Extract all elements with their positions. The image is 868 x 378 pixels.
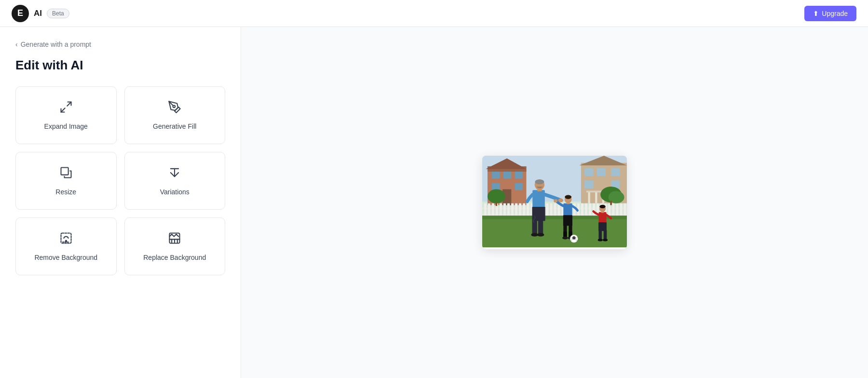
preview-image-container — [482, 156, 627, 249]
back-chevron-icon: ‹ — [15, 40, 18, 48]
svg-point-87 — [537, 233, 544, 236]
svg-rect-51 — [546, 203, 548, 217]
resize-icon — [59, 166, 73, 181]
svg-rect-44 — [519, 203, 521, 217]
svg-point-77 — [488, 189, 505, 203]
variations-label: Variations — [160, 188, 190, 196]
svg-rect-60 — [581, 203, 583, 217]
svg-rect-37 — [492, 203, 494, 217]
generative-fill-icon — [168, 100, 181, 116]
svg-point-93 — [554, 199, 557, 202]
svg-rect-16 — [492, 172, 500, 179]
svg-rect-17 — [503, 172, 511, 179]
svg-point-92 — [565, 195, 571, 199]
svg-point-88 — [558, 198, 563, 202]
tool-card-variations[interactable]: Variations — [124, 152, 226, 210]
header-title: AI — [34, 9, 42, 18]
svg-rect-18 — [515, 172, 523, 179]
svg-rect-3 — [61, 168, 68, 175]
svg-rect-46 — [527, 203, 529, 217]
svg-rect-45 — [523, 203, 525, 217]
svg-rect-105 — [598, 212, 606, 223]
tool-card-replace-background[interactable]: Replace Background — [124, 217, 226, 275]
replace-background-label: Replace Background — [143, 254, 206, 261]
back-label: Generate with a prompt — [21, 40, 91, 48]
svg-rect-79 — [532, 190, 545, 208]
svg-rect-30 — [595, 191, 597, 203]
svg-rect-53 — [554, 203, 556, 217]
remove-background-label: Remove Background — [34, 254, 97, 261]
header-left: E AI Beta — [12, 5, 69, 22]
replace-background-icon — [168, 231, 181, 247]
preview-image — [482, 156, 627, 247]
svg-point-108 — [599, 205, 605, 208]
beta-badge: Beta — [47, 9, 69, 18]
svg-rect-42 — [511, 203, 514, 217]
variations-icon — [168, 166, 181, 181]
svg-rect-25 — [597, 168, 606, 176]
svg-rect-111 — [604, 230, 607, 240]
svg-rect-41 — [507, 203, 510, 217]
svg-rect-62 — [589, 203, 591, 217]
svg-rect-24 — [584, 168, 593, 176]
svg-point-99 — [562, 236, 568, 239]
resize-label: Resize — [55, 188, 76, 196]
svg-point-86 — [531, 233, 538, 236]
expand-image-icon — [59, 100, 73, 116]
svg-rect-110 — [598, 230, 602, 240]
svg-rect-27 — [584, 180, 593, 188]
svg-point-82 — [535, 179, 544, 184]
svg-rect-26 — [611, 168, 620, 176]
tool-card-resize[interactable]: Resize — [15, 152, 117, 210]
svg-rect-69 — [616, 203, 618, 217]
content-area — [241, 27, 868, 378]
svg-rect-40 — [503, 203, 506, 217]
remove-background-icon — [59, 231, 73, 247]
svg-rect-70 — [620, 203, 622, 217]
svg-rect-89 — [563, 203, 572, 216]
logo-icon: E — [12, 5, 29, 22]
svg-rect-109 — [598, 222, 607, 231]
svg-rect-83 — [532, 207, 545, 221]
svg-rect-54 — [558, 203, 560, 217]
svg-rect-94 — [563, 215, 572, 226]
svg-rect-61 — [585, 203, 587, 217]
svg-line-1 — [61, 108, 65, 112]
upgrade-button[interactable]: ⬆ Upgrade — [804, 6, 856, 21]
expand-image-label: Expand Image — [44, 122, 88, 130]
main-layout: ‹ Generate with a prompt Edit with AI Ex… — [0, 27, 868, 378]
svg-point-2 — [173, 106, 176, 108]
svg-rect-20 — [515, 183, 523, 190]
svg-rect-43 — [515, 203, 517, 217]
upgrade-label: Upgrade — [822, 10, 848, 17]
generative-fill-label: Generative Fill — [153, 122, 196, 130]
svg-rect-35 — [484, 203, 487, 217]
back-link[interactable]: ‹ Generate with a prompt — [15, 40, 225, 48]
svg-rect-29 — [588, 191, 590, 203]
sidebar: ‹ Generate with a prompt Edit with AI Ex… — [0, 27, 241, 378]
svg-rect-36 — [488, 203, 490, 217]
svg-rect-84 — [532, 220, 537, 234]
svg-rect-39 — [500, 203, 502, 217]
sidebar-heading: Edit with AI — [15, 58, 225, 73]
svg-rect-68 — [612, 203, 614, 217]
tool-card-remove-background[interactable]: Remove Background — [15, 217, 117, 275]
svg-rect-71 — [624, 203, 626, 217]
svg-point-7 — [66, 241, 67, 242]
app-header: E AI Beta ⬆ Upgrade — [0, 0, 868, 27]
svg-rect-19 — [492, 183, 500, 190]
svg-point-113 — [603, 239, 608, 241]
svg-point-112 — [598, 239, 603, 241]
svg-line-0 — [67, 102, 71, 106]
tool-grid: Expand Image Generative Fill — [15, 86, 225, 275]
svg-rect-52 — [550, 203, 552, 217]
tool-card-generative-fill[interactable]: Generative Fill — [124, 86, 226, 144]
svg-rect-85 — [538, 220, 543, 234]
upgrade-icon: ⬆ — [813, 10, 819, 17]
tool-card-expand-image[interactable]: Expand Image — [15, 86, 117, 144]
svg-rect-78 — [496, 202, 497, 206]
svg-rect-76 — [610, 201, 612, 205]
